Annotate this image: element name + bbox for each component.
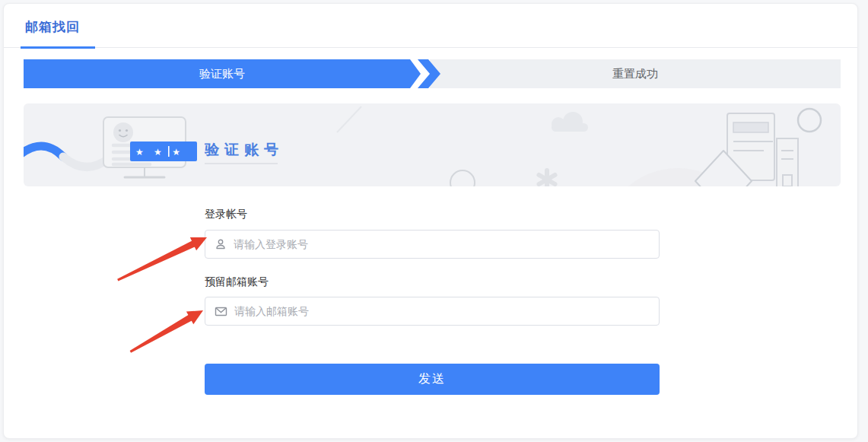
page-title: 邮箱找回 bbox=[25, 18, 80, 36]
cursor-shape bbox=[168, 146, 170, 157]
banner-illustration: ★ ★ ★ bbox=[24, 103, 841, 186]
user-icon bbox=[215, 238, 227, 250]
mail-icon bbox=[215, 306, 227, 317]
circle-icon bbox=[450, 170, 475, 186]
diagonal-line bbox=[337, 107, 361, 132]
smiley-icon bbox=[113, 122, 133, 142]
password-box-icon: ★ ★ ★ bbox=[130, 142, 197, 161]
sun-icon bbox=[798, 109, 821, 132]
login-account-label: 登录帐号 bbox=[205, 208, 247, 221]
building-icon bbox=[777, 138, 798, 186]
title-active-underline bbox=[21, 46, 95, 49]
password-stars: ★ ★ ★ bbox=[135, 147, 184, 157]
banner-graphics: ★ ★ ★ bbox=[24, 103, 841, 186]
reserved-email-field-wrap bbox=[205, 297, 660, 326]
cloud-icon bbox=[552, 112, 588, 132]
banner-title-underline bbox=[205, 163, 278, 164]
reserved-email-label: 预留邮箱账号 bbox=[205, 275, 269, 289]
banner-title: 验证账号 bbox=[205, 140, 284, 160]
wave-icon bbox=[24, 146, 109, 167]
login-account-input[interactable] bbox=[234, 231, 659, 258]
step-verify-account: 验证账号 bbox=[24, 59, 421, 88]
email-recovery-card: 邮箱找回 重置成功 验证账号 bbox=[3, 3, 858, 439]
step-progress-bar: 重置成功 验证账号 bbox=[24, 59, 841, 88]
step-verify-account-label: 验证账号 bbox=[199, 67, 245, 81]
asterisk-icon bbox=[539, 170, 555, 186]
step-reset-success: 重置成功 bbox=[430, 59, 841, 88]
reserved-email-input[interactable] bbox=[234, 297, 659, 325]
send-button[interactable]: 发送 bbox=[205, 364, 660, 395]
card-header: 邮箱找回 bbox=[4, 4, 857, 48]
step-reset-success-label: 重置成功 bbox=[612, 67, 658, 81]
login-account-field-wrap bbox=[205, 230, 660, 259]
